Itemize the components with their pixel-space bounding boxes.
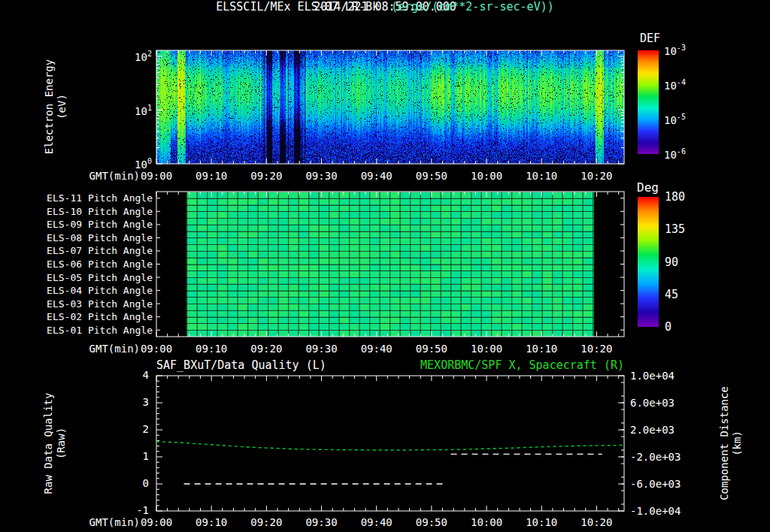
bottom-right-y-axis-label-line2: (km) [731,353,744,532]
def-colorbar-label: DEF [640,32,660,45]
pitch-row-label: ELS-07 Pitch Angle [15,245,153,256]
bottom-right-tick-label: 2.0e+03 [630,424,684,436]
time-tick-label: 10:10 [519,170,564,182]
time-tick-label: 09:00 [134,516,179,528]
time-tick-label: 10:10 [519,343,564,355]
time-tick-label: 09:30 [299,343,344,355]
gmt-label-pitch: GMT(min) [66,343,140,355]
time-tick-label: 09:30 [299,516,344,528]
spacecraft-distance-series [156,442,624,451]
deg-colorbar-tick-label: 180 [665,190,685,204]
bottom-right-y-axis-label: Component Distance (km) [718,353,744,532]
bottom-left-y-axis-label: Raw Data Quality (Raw) [42,353,68,532]
time-tick-label: 10:20 [574,170,619,182]
def-colorbar-tick-label: 10-4 [664,78,686,92]
bottom-left-y-axis-label-line1: Raw Data Quality [42,353,55,532]
bottom-left-tick-label: 2 [113,423,149,435]
spectrogram-ytick-label: 102 [105,50,152,63]
spectrogram-ytick-label: 101 [105,104,152,117]
pitch-row-label: ELS-08 Pitch Angle [15,232,153,243]
bottom-right-tick-label: 6.0e+03 [630,397,684,409]
time-tick-label: 09:50 [409,170,454,182]
time-tick-label: 09:40 [354,343,399,355]
pitch-row-label: ELS-11 Pitch Angle [15,192,153,204]
def-colorbar-tick-label: 10-6 [664,147,686,161]
time-tick-label: 09:40 [354,516,399,528]
pitch-row-label: ELS-05 Pitch Angle [15,272,153,283]
pitch-angle-heatmap [156,192,624,337]
def-colorbar-tick-label: 10-3 [664,44,686,57]
spectrogram-ytick-label: 100 [105,157,152,171]
bottom-left-tick-label: 3 [113,396,149,408]
deg-colorbar-tick-label: 90 [665,255,678,269]
time-tick-label: 10:00 [464,170,509,182]
pitch-row-label: ELS-04 Pitch Angle [15,285,153,296]
pitch-row-label: ELS-10 Pitch Angle [15,206,153,217]
time-tick-label: 10:00 [464,343,509,355]
title-main: ELSSCIL/MEx ELS-07 LR-Bk [216,0,379,14]
spectrogram-y-axis-label: Electron Energy (eV) [43,17,68,197]
title-line: ELSSCIL/MEx ELS-07 LR-Bk(ergs/(cm**2-sr-… [0,0,770,14]
time-tick-label: 09:50 [409,343,454,355]
deg-colorbar-label: Deg [637,180,659,195]
spectrogram-heatmap [156,50,624,164]
time-tick-label: 10:20 [574,343,619,355]
bottom-right-tick-label: -6.0e+03 [630,478,684,490]
deg-colorbar-tick-label: 135 [665,222,685,236]
def-colorbar [638,50,659,154]
time-tick-label: 09:20 [244,343,289,355]
time-tick-label: 09:20 [244,170,289,182]
time-tick-label: 09:20 [244,516,289,528]
time-tick-label: 09:10 [189,170,234,182]
bottom-left-y-axis-label-line2: (Raw) [55,353,68,532]
spectrogram-y-axis-label-line1: Electron Energy [43,17,56,197]
bottom-left-tick-label: 1 [113,450,149,462]
time-tick-label: 09:00 [134,170,179,182]
def-colorbar-tick-label: 10-5 [664,113,686,126]
bottom-right-series-title: MEXORBMC/SPF X, Spacecraft (R) [0,358,624,372]
time-tick-label: 09:10 [189,516,234,528]
pitch-row-label: ELS-01 Pitch Angle [15,325,153,336]
deg-colorbar-tick-label: 45 [665,288,678,301]
pitch-row-label: ELS-06 Pitch Angle [15,258,153,270]
title-units: (ergs/(cm**2-sr-sec-eV)) [391,0,554,14]
time-tick-label: 09:00 [134,343,179,355]
deg-colorbar-tick-label: 0 [665,320,671,334]
time-tick-label: 09:30 [299,170,344,182]
gmt-label-spectrogram: GMT(min) [66,170,140,182]
pitch-row-label: ELS-03 Pitch Angle [15,298,153,310]
bottom-left-tick-label: -1 [113,504,149,516]
pitch-row-label: ELS-02 Pitch Angle [15,311,153,322]
time-tick-label: 10:20 [574,516,619,528]
bottom-left-tick-label: 0 [113,477,149,489]
time-tick-label: 09:10 [189,343,234,355]
time-tick-label: 10:00 [464,516,509,528]
deg-colorbar [638,197,659,327]
bottom-left-tick-label: 4 [113,369,149,381]
time-tick-label: 09:50 [409,516,454,528]
time-tick-label: 09:40 [354,170,399,182]
bottom-right-tick-label: -1.0e+04 [630,505,684,517]
time-tick-label: 10:10 [519,516,564,528]
plot-page: 2014/221 08:59:00.000 ELSSCIL/MEx ELS-07… [0,0,770,532]
pitch-row-label: ELS-09 Pitch Angle [15,219,153,230]
bottom-right-tick-label: -2.0e+03 [630,451,684,463]
bottom-right-tick-label: 1.0e+04 [630,370,684,382]
bottom-right-y-axis-label-line1: Component Distance [718,353,731,532]
gmt-label-bottom: GMT(min) [66,516,140,528]
